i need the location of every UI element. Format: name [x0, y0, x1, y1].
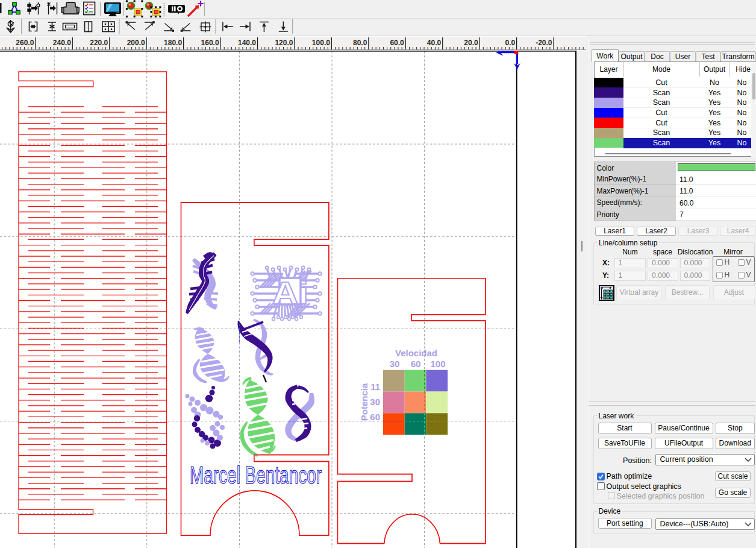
svg-text:30: 30 [370, 397, 380, 407]
svg-text:60: 60 [411, 359, 421, 369]
svg-text:100.0: 100.0 [312, 39, 330, 47]
svg-text:30: 30 [390, 359, 400, 369]
svg-text:60: 60 [370, 412, 380, 422]
svg-text:120.0: 120.0 [275, 39, 293, 47]
svg-text:60.0: 60.0 [390, 39, 404, 47]
svg-text:Velocidad: Velocidad [395, 348, 437, 358]
svg-text:11: 11 [370, 382, 380, 392]
svg-text:240.0: 240.0 [53, 39, 71, 47]
svg-text:40.0: 40.0 [427, 39, 442, 47]
svg-text:200.0: 200.0 [127, 39, 145, 47]
svg-text:Marcel Bentancor: Marcel Bentancor [190, 462, 322, 488]
svg-text:140.0: 140.0 [238, 39, 256, 47]
svg-text:220.0: 220.0 [90, 39, 108, 47]
svg-text:Potencia: Potencia [359, 383, 369, 421]
svg-text:260.0: 260.0 [16, 39, 34, 47]
svg-text:160.0: 160.0 [201, 39, 219, 47]
svg-text:80.0: 80.0 [353, 39, 367, 47]
svg-text:Ai: Ai [272, 276, 308, 310]
svg-text:20.0: 20.0 [464, 39, 478, 47]
svg-text:100: 100 [430, 359, 445, 369]
svg-text:180.0: 180.0 [164, 39, 182, 47]
svg-text:-20.0: -20.0 [536, 39, 552, 47]
svg-text:0.0: 0.0 [505, 39, 515, 47]
